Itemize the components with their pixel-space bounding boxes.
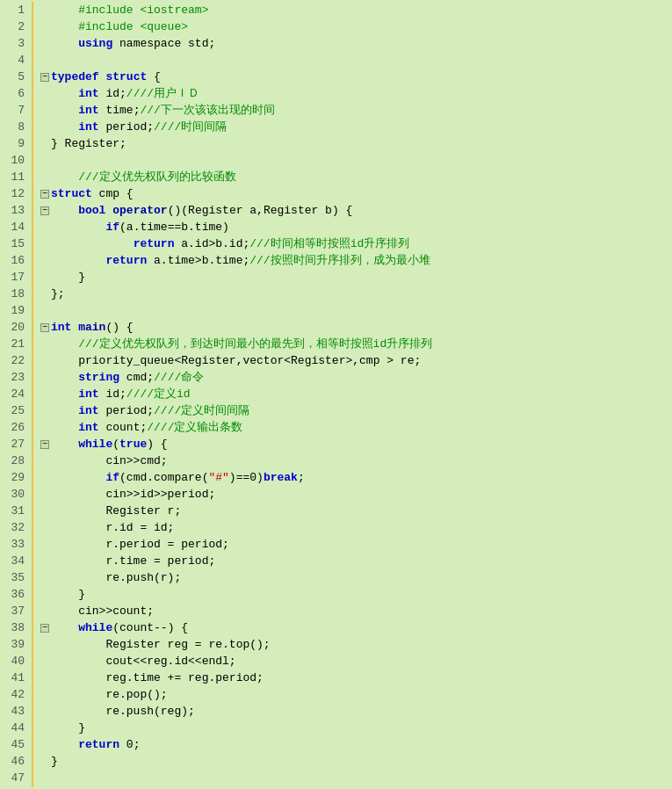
code-line: −struct cmp { — [40, 185, 672, 202]
token: operator — [112, 202, 167, 219]
line-number: 2 — [4, 18, 25, 35]
line-number: 18 — [4, 286, 25, 302]
token: 0; — [119, 736, 140, 753]
token — [51, 736, 78, 753]
token: ///定义优先权队列的比较函数 — [51, 169, 236, 185]
token — [51, 419, 78, 436]
token — [51, 85, 78, 102]
line-number: 21 — [4, 336, 25, 352]
code-line — [40, 152, 672, 169]
token: return — [134, 235, 175, 252]
token: Register r; — [51, 503, 181, 519]
token: }; — [51, 286, 65, 302]
line-number: 46 — [4, 753, 25, 770]
token: time; — [99, 102, 141, 119]
token — [105, 202, 112, 219]
line-number: 25 — [4, 402, 25, 419]
token — [71, 319, 78, 336]
code-line: return a.time>b.time;///按照时间升序排列，成为最小堆 — [40, 252, 672, 269]
collapse-icon[interactable]: − — [40, 440, 49, 449]
token: )==0) — [229, 469, 264, 486]
token: ////定义输出条数 — [147, 419, 242, 436]
code-line: return a.id>b.id;///时间相等时按照id升序排列 — [40, 235, 672, 252]
collapse-icon[interactable]: − — [40, 73, 49, 82]
token: endl — [202, 653, 229, 670]
line-number: 33 — [4, 536, 25, 553]
token: while — [78, 436, 112, 452]
token: re.push(r); — [51, 569, 181, 586]
token: ////定义id — [126, 386, 191, 402]
token: id; — [99, 386, 126, 402]
token: ///下一次该该出现的时间 — [140, 102, 274, 119]
code-area: #include <iostream> #include <queue> usi… — [33, 2, 672, 787]
collapse-icon[interactable]: − — [40, 206, 49, 215]
line-number: 28 — [4, 452, 25, 469]
line-number: 10 — [4, 152, 25, 169]
line-number: 9 — [4, 135, 25, 152]
code-line: −int main() { — [40, 319, 672, 336]
code-line: int period;////定义时间间隔 — [40, 402, 672, 419]
code-line: int period;////时间间隔 — [40, 119, 672, 135]
line-number: 14 — [4, 219, 25, 235]
token — [51, 336, 78, 352]
line-number: 36 — [4, 586, 25, 603]
code-line: re.pop(); — [40, 686, 672, 703]
token: period; — [99, 402, 154, 419]
code-line: } — [40, 720, 672, 736]
token: if — [105, 219, 119, 235]
code-line: − while(count--) { — [40, 619, 672, 636]
token: r.time = period; — [51, 553, 215, 569]
code-editor: 1234567891011121314151617181920212223242… — [0, 0, 672, 789]
token: int — [78, 119, 98, 135]
token: ; — [208, 35, 215, 52]
line-number: 1 — [4, 2, 25, 18]
token: cmp { — [92, 185, 134, 202]
code-line — [40, 770, 672, 786]
token — [51, 369, 78, 386]
token: true — [119, 436, 147, 452]
token: reg.time += reg.period; — [51, 670, 264, 686]
code-line: reg.time += reg.period; — [40, 670, 672, 686]
token: id; — [99, 85, 126, 102]
line-number: 20 — [4, 319, 25, 336]
line-number: 44 — [4, 720, 25, 736]
line-number: 43 — [4, 703, 25, 720]
token: } — [51, 269, 85, 286]
line-number: 31 — [4, 503, 25, 519]
code-line: cout<<reg.id<<endl; — [40, 653, 672, 670]
token: struct — [51, 185, 92, 202]
line-number: 45 — [4, 736, 25, 753]
token: return — [105, 252, 147, 269]
code-line: }; — [40, 286, 672, 302]
line-number: 23 — [4, 369, 25, 386]
token: re.push(reg); — [51, 703, 195, 720]
token — [51, 219, 105, 235]
line-number: 29 — [4, 469, 25, 486]
token — [51, 35, 78, 52]
token — [51, 252, 105, 269]
token: cmd; — [119, 369, 154, 386]
token: () — [168, 202, 182, 219]
line-number: 27 — [4, 436, 25, 452]
token: #include <queue> — [51, 18, 188, 35]
token — [51, 402, 78, 419]
token: break — [264, 469, 298, 486]
collapse-icon[interactable]: − — [40, 624, 49, 633]
token: int — [78, 419, 98, 436]
token: ; — [298, 469, 305, 486]
token: } — [51, 753, 58, 770]
code-line: r.period = period; — [40, 536, 672, 553]
collapse-icon[interactable]: − — [40, 190, 49, 199]
token: count; — [99, 419, 148, 436]
token — [51, 235, 134, 252]
token — [51, 202, 78, 219]
code-line — [40, 302, 672, 319]
collapse-icon[interactable]: − — [40, 323, 49, 332]
token: string — [78, 369, 119, 386]
token: a.id>b.id; — [174, 235, 249, 252]
code-line: } — [40, 586, 672, 603]
code-line: − bool operator()(Register a,Register b)… — [40, 202, 672, 219]
code-line: #include <queue> — [40, 18, 672, 35]
token: () { — [105, 319, 133, 336]
token: int — [78, 386, 98, 402]
